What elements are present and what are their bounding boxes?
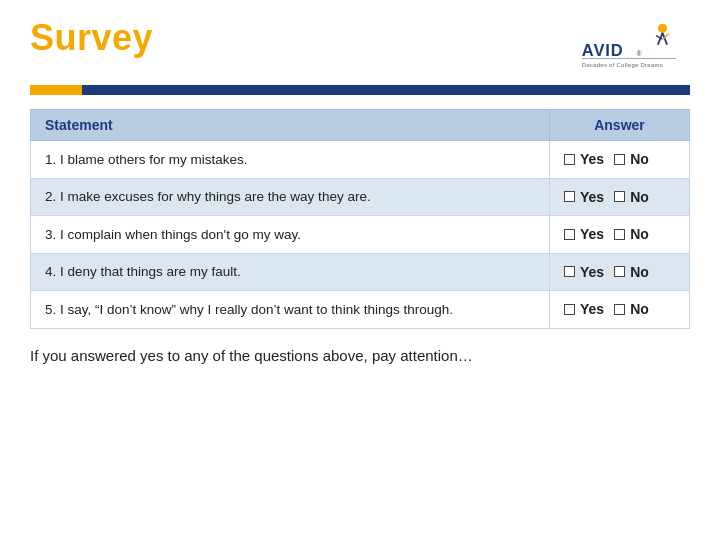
statement-cell: 5. I say, “I don’t know” why I really do…	[31, 291, 550, 329]
page-title: Survey	[30, 18, 153, 58]
blue-bar	[82, 85, 690, 95]
answer-cell: Yes No	[550, 178, 690, 216]
no-option[interactable]: No	[614, 264, 649, 280]
svg-text:AVID: AVID	[582, 41, 624, 59]
statement-cell: 1. I blame others for my mistakes.	[31, 141, 550, 179]
answer-cell: Yes No	[550, 253, 690, 291]
yes-checkbox[interactable]	[564, 191, 575, 202]
no-option[interactable]: No	[614, 226, 649, 242]
statement-cell: 3. I complain when things don't go my wa…	[31, 216, 550, 254]
answer-header: Answer	[550, 110, 690, 141]
no-checkbox[interactable]	[614, 304, 625, 315]
no-option[interactable]: No	[614, 189, 649, 205]
svg-point-0	[658, 24, 667, 33]
color-bar	[30, 85, 690, 95]
table-header-row: Statement Answer	[31, 110, 690, 141]
page: Survey AVID ® Decades of College Dreams	[0, 0, 720, 540]
svg-text:®: ®	[637, 50, 642, 57]
yes-option[interactable]: Yes	[564, 226, 604, 242]
table-row: 4. I deny that things are my fault. Yes …	[31, 253, 690, 291]
table-row: 1. I blame others for my mistakes. Yes N…	[31, 141, 690, 179]
yes-checkbox[interactable]	[564, 229, 575, 240]
no-option[interactable]: No	[614, 301, 649, 317]
yes-option[interactable]: Yes	[564, 301, 604, 317]
table-row: 3. I complain when things don't go my wa…	[31, 216, 690, 254]
yes-checkbox[interactable]	[564, 266, 575, 277]
svg-text:Decades of College Dreams: Decades of College Dreams	[582, 62, 663, 68]
answer-cell: Yes No	[550, 216, 690, 254]
footer-note: If you answered yes to any of the questi…	[30, 347, 690, 364]
header-row: Survey AVID ® Decades of College Dreams	[30, 18, 690, 75]
statement-header: Statement	[31, 110, 550, 141]
gold-bar	[30, 85, 82, 95]
statement-cell: 2. I make excuses for why things are the…	[31, 178, 550, 216]
no-checkbox[interactable]	[614, 154, 625, 165]
yes-checkbox[interactable]	[564, 304, 575, 315]
yes-checkbox[interactable]	[564, 154, 575, 165]
no-option[interactable]: No	[614, 151, 649, 167]
table-row: 2. I make excuses for why things are the…	[31, 178, 690, 216]
no-checkbox[interactable]	[614, 229, 625, 240]
answer-cell: Yes No	[550, 141, 690, 179]
statement-cell: 4. I deny that things are my fault.	[31, 253, 550, 291]
yes-option[interactable]: Yes	[564, 151, 604, 167]
no-checkbox[interactable]	[614, 266, 625, 277]
yes-option[interactable]: Yes	[564, 264, 604, 280]
avid-logo: AVID ® Decades of College Dreams	[580, 20, 690, 75]
logo-area: AVID ® Decades of College Dreams	[580, 20, 690, 75]
yes-option[interactable]: Yes	[564, 189, 604, 205]
survey-table: Statement Answer 1. I blame others for m…	[30, 109, 690, 329]
answer-cell: Yes No	[550, 291, 690, 329]
table-row: 5. I say, “I don’t know” why I really do…	[31, 291, 690, 329]
no-checkbox[interactable]	[614, 191, 625, 202]
